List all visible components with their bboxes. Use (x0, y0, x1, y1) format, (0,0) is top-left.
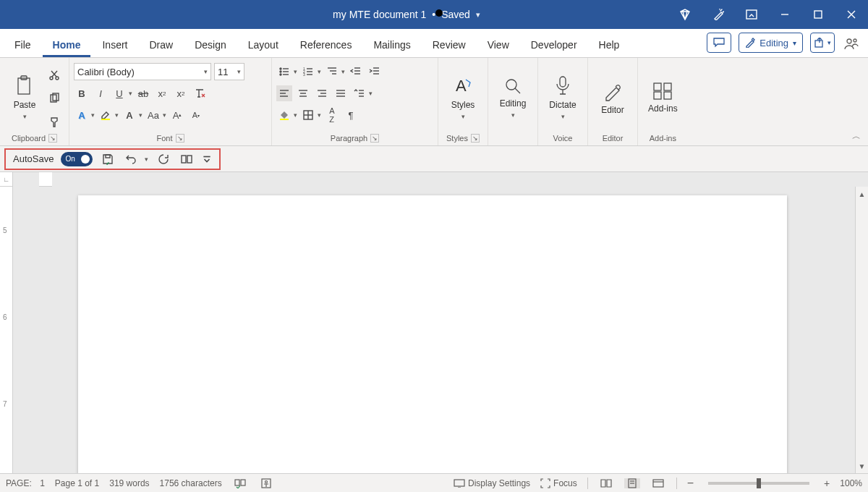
dialog-launcher-icon[interactable]: ↘ (471, 134, 480, 143)
clear-formatting-button[interactable] (192, 85, 208, 101)
document-page[interactable] (78, 195, 787, 473)
show-marks-button[interactable]: ¶ (343, 107, 359, 123)
align-right-button[interactable] (314, 85, 330, 101)
increase-indent-button[interactable] (367, 64, 383, 80)
coming-soon-icon[interactable] (702, 0, 735, 29)
multilevel-list-button[interactable] (324, 64, 340, 80)
group-paragraph: ▾ 123▾ ▾ ▾ ▾ ▾ AZ ¶ Paragraph↘ (272, 58, 438, 145)
shrink-font-button[interactable]: A▾ (188, 107, 204, 123)
editing-mode-label: Editing (760, 38, 788, 48)
decrease-indent-button[interactable] (348, 64, 364, 80)
superscript-button[interactable]: x2 (173, 85, 189, 101)
tab-developer[interactable]: Developer (521, 33, 587, 57)
comments-button[interactable] (707, 33, 731, 53)
maximize-button[interactable] (801, 0, 835, 29)
font-size-combo[interactable]: 11▾ (214, 63, 244, 80)
display-settings-button[interactable]: Display Settings (454, 478, 530, 488)
svg-rect-67 (187, 156, 192, 163)
dialog-launcher-icon[interactable]: ↘ (176, 134, 184, 143)
status-page-of[interactable]: Page 1 of 1 (55, 478, 99, 488)
bold-button[interactable]: B (74, 85, 90, 101)
status-char-count[interactable]: 1756 characters (160, 478, 222, 488)
scroll-down-icon[interactable]: ▼ (856, 460, 868, 472)
share-button[interactable]: ▾ (810, 33, 835, 53)
dictate-button[interactable]: Dictate ▾ (542, 61, 583, 134)
bullets-button[interactable] (276, 64, 292, 80)
borders-button[interactable] (300, 107, 316, 123)
ribbon-display-icon[interactable] (735, 0, 768, 29)
close-button[interactable] (835, 0, 868, 29)
strikethrough-button[interactable]: ab (135, 85, 151, 101)
svg-rect-69 (235, 480, 239, 485)
tab-file[interactable]: File (4, 33, 41, 57)
account-icon[interactable] (839, 31, 864, 57)
tab-draw[interactable]: Draw (139, 33, 183, 57)
paste-button[interactable]: Paste ▾ (4, 61, 45, 134)
svg-rect-70 (241, 480, 245, 485)
italic-button[interactable]: I (93, 85, 109, 101)
change-case-button[interactable]: Aa (145, 107, 161, 123)
styles-button[interactable]: A Styles ▾ (443, 61, 483, 134)
undo-button[interactable] (123, 151, 139, 167)
tab-mailings[interactable]: Mailings (363, 33, 420, 57)
copy-button[interactable] (46, 90, 62, 106)
web-layout-button[interactable] (650, 479, 666, 488)
svg-point-12 (50, 77, 53, 80)
tab-layout[interactable]: Layout (238, 33, 289, 57)
grow-font-button[interactable]: A▴ (169, 107, 185, 123)
tab-insert[interactable]: Insert (92, 33, 137, 57)
cut-button[interactable] (46, 67, 62, 83)
collapse-ribbon-button[interactable]: ︿ (852, 130, 861, 143)
editor-button[interactable]: Editor (592, 61, 633, 134)
tab-home[interactable]: Home (43, 33, 91, 57)
zoom-slider[interactable] (708, 482, 809, 485)
zoom-level[interactable]: 100% (840, 478, 862, 488)
underline-button[interactable]: U (111, 85, 127, 101)
customize-qat-button[interactable] (202, 151, 212, 167)
align-left-button[interactable] (276, 85, 292, 101)
highlight-color-button[interactable] (98, 107, 114, 123)
accessibility-status-icon[interactable] (258, 478, 274, 488)
tab-review[interactable]: Review (422, 33, 476, 57)
status-word-count[interactable]: 319 words (109, 478, 149, 488)
vertical-ruler[interactable]: 5 6 7 (0, 187, 13, 473)
line-spacing-button[interactable] (352, 85, 367, 101)
tab-design[interactable]: Design (184, 33, 237, 57)
spelling-status-icon[interactable] (232, 478, 248, 488)
format-painter-button[interactable] (46, 114, 62, 130)
scroll-up-icon[interactable]: ▲ (856, 188, 868, 200)
subscript-button[interactable]: x2 (154, 85, 170, 101)
font-color-button[interactable]: A (122, 107, 137, 123)
autosave-toggle[interactable]: On (61, 152, 93, 166)
save-button[interactable] (100, 151, 116, 167)
premium-diamond-icon[interactable] (668, 0, 702, 29)
page-canvas[interactable] (13, 187, 855, 473)
search-button[interactable] (434, 8, 446, 22)
redo-button[interactable] (156, 151, 171, 167)
sort-button[interactable]: AZ (324, 107, 340, 123)
editing-group-button[interactable]: Editing ▾ (493, 61, 533, 134)
zoom-in-button[interactable]: + (824, 478, 830, 489)
tab-references[interactable]: References (290, 33, 362, 57)
reading-view-button[interactable] (179, 151, 195, 167)
print-layout-button[interactable] (624, 478, 640, 488)
focus-mode-button[interactable]: Focus (540, 478, 577, 488)
read-mode-button[interactable] (598, 479, 614, 488)
tab-view[interactable]: View (477, 33, 519, 57)
window-title[interactable]: my MTE document 1 • Saved ▾ (145, 9, 668, 20)
align-center-button[interactable] (295, 85, 311, 101)
addins-button[interactable]: Add-ins (642, 61, 684, 134)
font-name-combo[interactable]: Calibri (Body)▾ (74, 63, 211, 80)
vertical-scrollbar[interactable]: ▲ ▼ (855, 187, 868, 473)
shading-button[interactable] (276, 107, 292, 123)
text-effects-button[interactable]: A (74, 107, 90, 123)
zoom-out-button[interactable]: − (687, 477, 694, 490)
editing-mode-button[interactable]: Editing ▾ (739, 33, 803, 53)
tab-help[interactable]: Help (589, 33, 630, 57)
minimize-button[interactable] (768, 0, 801, 29)
dialog-launcher-icon[interactable]: ↘ (48, 134, 57, 143)
dialog-launcher-icon[interactable]: ↘ (370, 134, 379, 143)
justify-button[interactable] (333, 85, 349, 101)
status-page-number[interactable]: PAGE: 1 (6, 478, 45, 488)
numbering-button[interactable]: 123 (300, 64, 316, 80)
